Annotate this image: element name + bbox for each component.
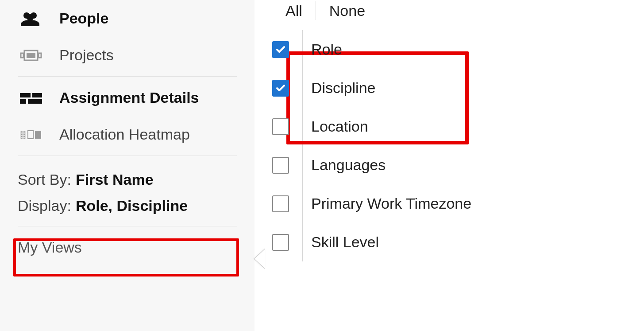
sidebar-label-people: People (59, 10, 237, 27)
svg-rect-4 (21, 53, 23, 58)
display-option-role[interactable]: Role (272, 30, 626, 69)
people-icon (18, 11, 44, 26)
display-option-discipline[interactable]: Discipline (272, 69, 626, 107)
checkbox[interactable] (272, 118, 289, 135)
svg-rect-9 (20, 99, 26, 104)
display-option-languages[interactable]: Languages (272, 146, 626, 184)
checkbox[interactable] (272, 80, 289, 97)
divider (18, 226, 237, 226)
sort-by-value: First Name (76, 171, 154, 188)
svg-rect-8 (32, 93, 42, 97)
display-option-primary-work-timezone[interactable]: Primary Work Timezone (272, 184, 626, 223)
panel-header-links: All None (272, 0, 626, 26)
option-label: Discipline (311, 79, 376, 97)
sidebar-item-assignment-details[interactable]: Assignment Details (18, 79, 237, 116)
checkbox[interactable] (272, 41, 289, 58)
sort-display-block: Sort By: First Name Display: Role, Disci… (18, 159, 237, 223)
display-options-panel: All None RoleDisciplineLocationLanguages… (255, 0, 644, 331)
sidebar-label-assignment: Assignment Details (59, 89, 237, 106)
option-label: Languages (311, 156, 386, 174)
svg-rect-6 (27, 53, 35, 58)
svg-rect-14 (35, 131, 41, 139)
svg-rect-12 (20, 131, 26, 139)
my-views-link[interactable]: My Views (18, 229, 237, 266)
projects-icon (18, 48, 44, 63)
checkbox[interactable] (272, 195, 289, 212)
svg-rect-5 (39, 53, 41, 58)
divider (18, 76, 237, 77)
sidebar: People Projects Assignment Details (0, 0, 255, 331)
checkbox[interactable] (272, 157, 289, 174)
sort-by-prefix: Sort By: (18, 171, 71, 188)
display-option-skill-level[interactable]: Skill Level (272, 223, 626, 261)
svg-rect-7 (20, 93, 31, 97)
display-value: Role, Discipline (76, 197, 188, 214)
select-none-link[interactable]: None (316, 2, 378, 19)
checkbox[interactable] (272, 234, 289, 251)
svg-rect-13 (28, 131, 33, 139)
sidebar-item-allocation-heatmap[interactable]: Allocation Heatmap (18, 116, 237, 153)
flyout-arrow (255, 249, 265, 269)
option-label: Role (311, 41, 342, 58)
option-label: Primary Work Timezone (311, 195, 471, 212)
select-all-link[interactable]: All (272, 2, 316, 19)
option-label: Skill Level (311, 234, 379, 251)
sidebar-item-projects[interactable]: Projects (18, 37, 237, 74)
sidebar-label-heatmap: Allocation Heatmap (59, 126, 237, 143)
my-views-label: My Views (18, 239, 82, 256)
display-option-location[interactable]: Location (272, 107, 626, 146)
svg-point-2 (27, 14, 34, 21)
assignment-details-icon (18, 90, 44, 105)
svg-rect-10 (28, 99, 42, 104)
options-list: RoleDisciplineLocationLanguagesPrimary W… (272, 30, 626, 261)
divider (18, 156, 237, 156)
option-label: Location (311, 118, 368, 135)
display-prefix: Display: (18, 197, 71, 214)
sidebar-item-people[interactable]: People (18, 0, 237, 37)
allocation-heatmap-icon (18, 127, 44, 142)
sidebar-label-projects: Projects (59, 47, 237, 64)
sort-by-row[interactable]: Sort By: First Name (18, 167, 237, 193)
display-row[interactable]: Display: Role, Discipline (18, 193, 237, 219)
